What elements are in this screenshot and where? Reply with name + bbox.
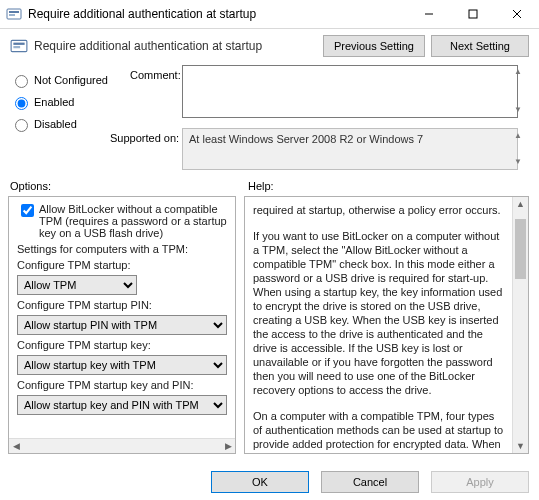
supported-scroll-up-icon[interactable]: ▲ <box>511 132 525 140</box>
minimize-button[interactable] <box>407 0 451 28</box>
allow-no-tpm-input[interactable] <box>21 204 34 217</box>
options-label: Options: <box>10 180 51 192</box>
svg-rect-4 <box>469 10 477 18</box>
close-button[interactable] <box>495 0 539 28</box>
comment-textarea[interactable] <box>182 65 518 118</box>
radio-disabled-label: Disabled <box>34 118 77 130</box>
tpm-pin-label: Configure TPM startup PIN: <box>17 299 227 311</box>
tpm-settings-header: Settings for computers with a TPM: <box>17 243 227 255</box>
comment-label: Comment: <box>130 69 181 81</box>
app-icon <box>6 6 22 22</box>
help-paragraph-1: required at startup, otherwise a policy … <box>253 203 505 217</box>
page-heading: Require additional authentication at sta… <box>34 39 317 53</box>
help-vscrollbar[interactable]: ▲ ▼ <box>512 197 528 453</box>
tpm-startup-select[interactable]: Allow TPM <box>17 275 137 295</box>
help-panel: required at startup, otherwise a policy … <box>244 196 529 454</box>
apply-button[interactable]: Apply <box>431 471 529 493</box>
help-paragraph-2: If you want to use BitLocker on a comput… <box>253 229 505 397</box>
radio-not-configured-input[interactable] <box>15 75 28 88</box>
ok-button[interactable]: OK <box>211 471 309 493</box>
scroll-down-icon[interactable]: ▼ <box>513 439 528 453</box>
radio-enabled[interactable]: Enabled <box>10 94 120 110</box>
comment-scroll-up-icon[interactable]: ▲ <box>511 68 525 76</box>
scroll-up-icon[interactable]: ▲ <box>513 197 528 211</box>
next-setting-button[interactable]: Next Setting <box>431 35 529 57</box>
radio-enabled-input[interactable] <box>15 97 28 110</box>
radio-disabled-input[interactable] <box>15 119 28 132</box>
options-hscrollbar[interactable]: ◀ ▶ <box>9 438 235 453</box>
allow-no-tpm-label: Allow BitLocker without a compatible TPM… <box>39 203 227 239</box>
tpm-key-pin-select[interactable]: Allow startup key and PIN with TPM <box>17 395 227 415</box>
tpm-pin-select[interactable]: Allow startup PIN with TPM <box>17 315 227 335</box>
svg-rect-2 <box>9 14 15 16</box>
radio-disabled[interactable]: Disabled <box>10 116 120 132</box>
supported-on-label: Supported on: <box>110 132 179 144</box>
help-label: Help: <box>248 180 274 192</box>
scroll-thumb[interactable] <box>515 219 526 279</box>
tpm-startup-label: Configure TPM startup: <box>17 259 227 271</box>
svg-rect-9 <box>13 46 20 48</box>
scroll-left-icon[interactable]: ◀ <box>9 441 23 451</box>
radio-not-configured-label: Not Configured <box>34 74 108 86</box>
tpm-key-select[interactable]: Allow startup key with TPM <box>17 355 227 375</box>
title-bar: Require additional authentication at sta… <box>0 0 539 29</box>
scroll-track[interactable] <box>23 439 221 453</box>
supported-on-value: At least Windows Server 2008 R2 or Windo… <box>182 128 518 170</box>
scroll-right-icon[interactable]: ▶ <box>221 441 235 451</box>
options-panel: Allow BitLocker without a compatible TPM… <box>8 196 236 454</box>
comment-scroll-down-icon[interactable]: ▼ <box>511 106 525 114</box>
svg-rect-8 <box>13 43 24 45</box>
radio-not-configured[interactable]: Not Configured <box>10 72 120 88</box>
help-paragraph-3: On a computer with a compatible TPM, fou… <box>253 409 505 453</box>
allow-no-tpm-checkbox[interactable]: Allow BitLocker without a compatible TPM… <box>17 203 227 239</box>
radio-enabled-label: Enabled <box>34 96 74 108</box>
help-text: required at startup, otherwise a policy … <box>245 197 513 453</box>
policy-icon <box>10 37 28 55</box>
tpm-key-pin-label: Configure TPM startup key and PIN: <box>17 379 227 391</box>
header: Require additional authentication at sta… <box>0 29 539 65</box>
previous-setting-button[interactable]: Previous Setting <box>323 35 425 57</box>
window-title: Require additional authentication at sta… <box>28 7 407 21</box>
supported-scroll-down-icon[interactable]: ▼ <box>511 158 525 166</box>
svg-rect-1 <box>9 11 19 13</box>
dialog-button-bar: OK Cancel Apply <box>0 464 539 500</box>
tpm-key-label: Configure TPM startup key: <box>17 339 227 351</box>
maximize-button[interactable] <box>451 0 495 28</box>
cancel-button[interactable]: Cancel <box>321 471 419 493</box>
state-radio-group: Not Configured Enabled Disabled <box>10 66 120 138</box>
